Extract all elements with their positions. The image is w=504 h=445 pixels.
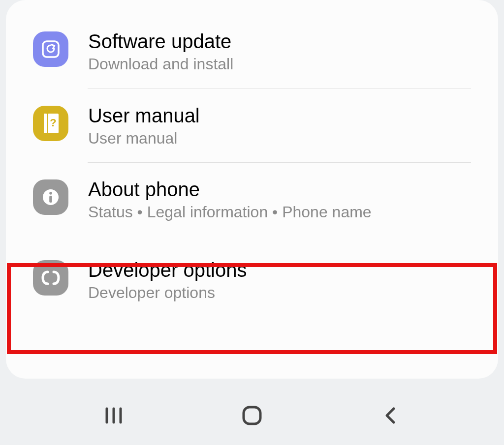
item-title: Software update [88,30,471,53]
info-icon [33,179,68,215]
svg-text:?: ? [50,117,56,129]
item-subtitle: User manual [88,128,471,149]
svg-rect-0 [43,41,59,57]
home-button[interactable] [227,401,277,430]
item-title: User manual [88,104,471,127]
developer-icon [33,260,68,296]
navigation-bar [0,386,504,445]
item-subtitle: Download and install [88,54,471,75]
settings-item-about-phone[interactable]: About phone Status • Legal information •… [6,163,498,237]
settings-item-developer-options[interactable]: Developer options Developer options [6,237,498,324]
svg-rect-6 [49,196,52,203]
back-button[interactable] [366,401,415,430]
item-subtitle: Developer options [88,283,471,303]
settings-list: Software update Download and install ? U… [6,0,498,379]
item-title: About phone [88,178,471,201]
settings-item-user-manual[interactable]: ? User manual User manual [6,89,498,163]
update-icon [33,31,68,67]
manual-icon: ? [33,106,68,141]
svg-point-5 [49,192,52,195]
svg-rect-10 [244,407,260,424]
item-subtitle: Status • Legal information • Phone name [88,202,471,223]
settings-item-software-update[interactable]: Software update Download and install [6,15,498,89]
svg-rect-1 [44,114,47,133]
recents-button[interactable] [89,401,138,430]
item-title: Developer options [88,258,471,282]
